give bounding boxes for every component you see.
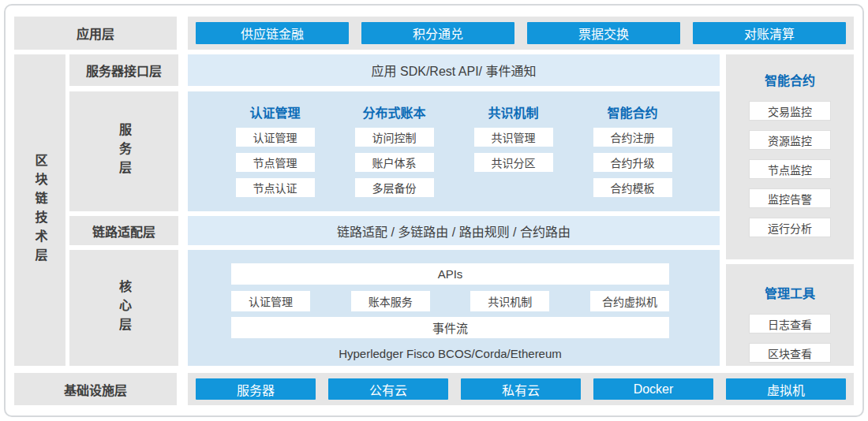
infra-layer-band: 服务器 公有云 私有云 Docker 虚拟机 <box>188 373 854 405</box>
blockchain-tech-layer-rail: 区块链技术层 <box>14 54 65 366</box>
platforms-text: Hyperledger Fisco BCOS/Corda/Ethereum <box>231 347 669 360</box>
service-column-auth: 认证管理 认证管理 节点管理 节点认证 <box>215 102 335 211</box>
tool-node-block-viewer: 区块查看 <box>749 343 831 363</box>
monitor-node-resource: 资源监控 <box>749 130 831 150</box>
monitor-panel-title: 智能合约 <box>765 70 815 89</box>
service-column-consensus: 共识机制 共识管理 共识分区 <box>454 102 573 211</box>
service-node: 合约升级 <box>593 153 672 172</box>
event-stream-bar: 事件流 <box>231 317 669 338</box>
app-node-supply-chain-finance: 供应链金融 <box>196 22 349 44</box>
monitor-node-transaction: 交易监控 <box>749 101 831 121</box>
core-module-contract-vm: 合约虚拟机 <box>590 291 669 311</box>
service-node: 账户体系 <box>355 153 434 172</box>
core-modules-row: 认证管理 账本服务 共识机制 合约虚拟机 <box>231 291 669 311</box>
monitor-panel: 智能合约 交易监控 资源监控 节点监控 监控告警 运行分析 <box>726 54 854 259</box>
service-node: 认证管理 <box>236 128 315 147</box>
monitor-node-alert: 监控告警 <box>749 188 831 208</box>
service-node: 节点管理 <box>236 153 315 172</box>
core-layer-label: 核心层 <box>69 250 178 366</box>
infra-layer-row: 基础设施层 服务器 公有云 私有云 Docker 虚拟机 <box>14 373 854 405</box>
app-layer-band: 供应链金融 积分通兑 票据交换 对账清算 <box>188 17 854 50</box>
core-module-auth: 认证管理 <box>231 291 310 311</box>
blockchain-architecture-diagram: 应用层 供应链金融 积分通兑 票据交换 对账清算 区块链技术层 服务器接口层 应… <box>0 0 868 421</box>
service-node: 共识分区 <box>474 153 553 172</box>
service-column-title: 认证管理 <box>249 102 300 119</box>
core-module-consensus: 共识机制 <box>470 291 549 311</box>
blockchain-tech-layer-label: 区块链技术层 <box>31 154 50 267</box>
app-node-bill-exchange: 票据交换 <box>527 22 680 44</box>
app-layer-label: 应用层 <box>14 17 177 50</box>
service-column-ledger: 分布式账本 访问控制 账户体系 多层备份 <box>335 102 454 211</box>
service-column-title: 智能合约 <box>607 102 657 119</box>
app-node-points-exchange: 积分通兑 <box>361 22 514 44</box>
service-interface-layer-row: 服务器接口层 应用 SDK/Rest API/ 事件通知 <box>69 54 720 86</box>
infra-layer-label: 基础设施层 <box>14 373 177 405</box>
monitor-node-analysis: 运行分析 <box>749 218 831 237</box>
core-module-ledger-service: 账本服务 <box>351 291 430 311</box>
link-adapter-bar: 链路适配 / 多链路由 / 路由规则 / 合约路由 <box>188 216 720 245</box>
monitor-node-node: 节点监控 <box>749 159 831 179</box>
apis-bar: APIs <box>231 263 669 285</box>
service-layer-label-text: 服务层 <box>114 123 133 180</box>
link-adapter-layer-label: 链路适配层 <box>69 216 178 245</box>
service-interface-layer-label: 服务器接口层 <box>69 54 178 86</box>
infra-node-private-cloud: 私有云 <box>461 378 581 400</box>
app-layer-row: 应用层 供应链金融 积分通兑 票据交换 对账清算 <box>14 17 854 50</box>
service-node: 访问控制 <box>355 128 434 147</box>
tools-panel: 管理工具 日志查看 区块查看 <box>726 264 854 366</box>
infra-node-docker: Docker <box>593 378 713 400</box>
service-column-title: 共识机制 <box>488 102 538 119</box>
infra-node-public-cloud: 公有云 <box>328 378 448 400</box>
service-node: 合约注册 <box>593 128 672 147</box>
tools-panel-title: 管理工具 <box>765 283 815 302</box>
service-node: 多层备份 <box>355 178 434 197</box>
core-layer-label-text: 核心层 <box>114 280 133 337</box>
tech-layers-column: 服务器接口层 应用 SDK/Rest API/ 事件通知 服务层 认证管理 认证… <box>69 54 720 366</box>
app-node-reconciliation-clearing: 对账清算 <box>693 22 846 44</box>
link-adapter-layer-row: 链路适配层 链路适配 / 多链路由 / 路由规则 / 合约路由 <box>69 216 720 245</box>
blockchain-tech-section: 区块链技术层 服务器接口层 应用 SDK/Rest API/ 事件通知 服务层 … <box>14 54 854 366</box>
service-node: 共识管理 <box>474 128 553 147</box>
infra-node-vm: 虚拟机 <box>726 378 846 400</box>
core-layer-row: 核心层 APIs 认证管理 账本服务 共识机制 合约虚拟机 事件流 Hyperl… <box>69 250 720 366</box>
service-layer-label: 服务层 <box>69 91 178 211</box>
right-panels-column: 智能合约 交易监控 资源监控 节点监控 监控告警 运行分析 管理工具 日志查看 … <box>726 54 854 366</box>
tool-node-log-viewer: 日志查看 <box>749 314 831 333</box>
service-column-title: 分布式账本 <box>362 102 425 119</box>
service-column-smart-contract: 智能合约 合约注册 合约升级 合约模板 <box>573 102 692 211</box>
core-layer-panel: APIs 认证管理 账本服务 共识机制 合约虚拟机 事件流 Hyperledge… <box>188 250 720 366</box>
sdk-api-bar: 应用 SDK/Rest API/ 事件通知 <box>188 54 720 86</box>
service-node: 合约模板 <box>593 178 672 197</box>
service-layer-row: 服务层 认证管理 认证管理 节点管理 节点认证 分布式账本 访问控制 账户体系 <box>69 91 720 211</box>
service-layer-panel: 认证管理 认证管理 节点管理 节点认证 分布式账本 访问控制 账户体系 多层备份 <box>188 91 720 211</box>
diagram-frame: 应用层 供应链金融 积分通兑 票据交换 对账清算 区块链技术层 服务器接口层 应… <box>4 4 864 417</box>
service-node: 节点认证 <box>236 178 315 197</box>
infra-node-server: 服务器 <box>196 378 316 400</box>
